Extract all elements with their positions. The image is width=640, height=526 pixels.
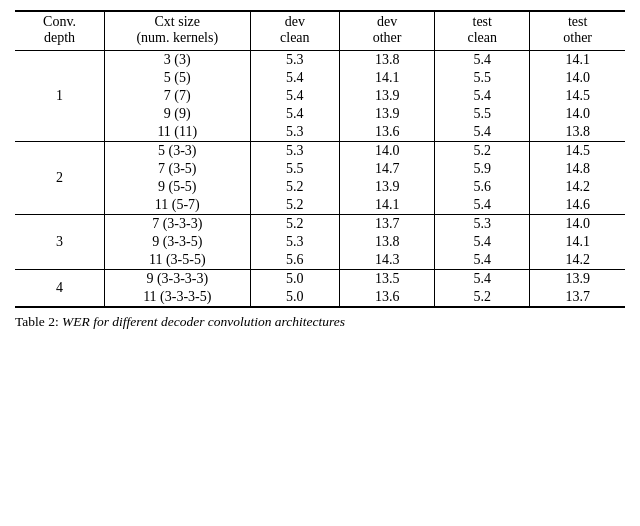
dev-clean-cell: 5.3 [250,142,340,160]
dev-clean-cell: 5.3 [250,51,340,70]
cxt-cell: 11 (5-7) [105,196,251,215]
table-row: 9 (3-3-5)5.313.85.414.1 [15,233,625,251]
dev-other-cell: 14.1 [340,69,435,87]
test-clean-cell: 5.3 [435,215,530,233]
dev-other-cell: 13.7 [340,215,435,233]
dev-clean-cell: 5.6 [250,251,340,270]
cxt-cell: 5 (3-3) [105,142,251,160]
test-clean-cell: 5.4 [435,270,530,288]
test-other-cell: 14.5 [530,87,625,105]
dev-other-cell: 13.6 [340,288,435,307]
dev-other-cell: 13.9 [340,87,435,105]
test-clean-cell: 5.4 [435,251,530,270]
test-other-cell: 14.5 [530,142,625,160]
table-row: 11 (3-3-3-5)5.013.65.213.7 [15,288,625,307]
table-row: 9 (9)5.413.95.514.0 [15,105,625,123]
table-row: 25 (3-3)5.314.05.214.5 [15,142,625,160]
cxt-cell: 11 (11) [105,123,251,142]
dev-other-cell: 14.3 [340,251,435,270]
test-other-cell: 14.0 [530,69,625,87]
dev-other-cell: 13.8 [340,233,435,251]
table-row: 37 (3-3-3)5.213.75.314.0 [15,215,625,233]
dev-other-cell: 14.7 [340,160,435,178]
dev-other-cell: 13.9 [340,178,435,196]
test-clean-cell: 5.4 [435,196,530,215]
test-clean-cell: 5.6 [435,178,530,196]
header-test-other: test other [530,11,625,51]
dev-other-cell: 14.0 [340,142,435,160]
depth-cell: 1 [15,51,105,142]
test-other-cell: 14.1 [530,233,625,251]
table-caption: Table 2: WER for different decoder convo… [15,314,625,330]
header-dev-other: dev other [340,11,435,51]
dev-clean-cell: 5.3 [250,123,340,142]
table-row: 7 (3-5)5.514.75.914.8 [15,160,625,178]
header-depth: Conv. depth [15,11,105,51]
cxt-cell: 7 (3-5) [105,160,251,178]
dev-clean-cell: 5.0 [250,270,340,288]
dev-clean-cell: 5.2 [250,196,340,215]
table-row: 5 (5)5.414.15.514.0 [15,69,625,87]
table-row: 9 (5-5)5.213.95.614.2 [15,178,625,196]
dev-other-cell: 13.5 [340,270,435,288]
cxt-cell: 7 (7) [105,87,251,105]
dev-clean-cell: 5.4 [250,69,340,87]
test-other-cell: 14.0 [530,215,625,233]
dev-clean-cell: 5.2 [250,215,340,233]
table-row: 7 (7)5.413.95.414.5 [15,87,625,105]
table-body: 13 (3)5.313.85.414.15 (5)5.414.15.514.07… [15,51,625,308]
table-row: 11 (3-5-5)5.614.35.414.2 [15,251,625,270]
cxt-cell: 9 (3-3-5) [105,233,251,251]
cxt-cell: 3 (3) [105,51,251,70]
dev-other-cell: 13.8 [340,51,435,70]
test-clean-cell: 5.4 [435,87,530,105]
test-clean-cell: 5.9 [435,160,530,178]
test-other-cell: 13.9 [530,270,625,288]
test-other-cell: 13.8 [530,123,625,142]
cxt-cell: 11 (3-5-5) [105,251,251,270]
test-other-cell: 14.0 [530,105,625,123]
header-cxt: Cxt size (num. kernels) [105,11,251,51]
test-other-cell: 14.2 [530,251,625,270]
cxt-cell: 9 (5-5) [105,178,251,196]
test-other-cell: 14.1 [530,51,625,70]
test-clean-cell: 5.4 [435,123,530,142]
cxt-cell: 11 (3-3-3-5) [105,288,251,307]
cxt-cell: 7 (3-3-3) [105,215,251,233]
test-clean-cell: 5.2 [435,288,530,307]
cxt-cell: 5 (5) [105,69,251,87]
dev-other-cell: 13.9 [340,105,435,123]
test-clean-cell: 5.5 [435,105,530,123]
test-other-cell: 14.6 [530,196,625,215]
table-row: 11 (11)5.313.65.413.8 [15,123,625,142]
dev-clean-cell: 5.4 [250,87,340,105]
dev-other-cell: 13.6 [340,123,435,142]
table-row: 13 (3)5.313.85.414.1 [15,51,625,70]
header-dev-clean: dev clean [250,11,340,51]
test-clean-cell: 5.4 [435,233,530,251]
dev-clean-cell: 5.5 [250,160,340,178]
table-container: Conv. depth Cxt size (num. kernels) dev … [15,10,625,330]
cxt-cell: 9 (9) [105,105,251,123]
table-row: 11 (5-7)5.214.15.414.6 [15,196,625,215]
dev-clean-cell: 5.2 [250,178,340,196]
test-clean-cell: 5.4 [435,51,530,70]
test-other-cell: 13.7 [530,288,625,307]
test-other-cell: 14.8 [530,160,625,178]
cxt-cell: 9 (3-3-3-3) [105,270,251,288]
test-other-cell: 14.2 [530,178,625,196]
caption-text: WER for different decoder convolution ar… [62,314,345,329]
test-clean-cell: 5.5 [435,69,530,87]
depth-cell: 3 [15,215,105,270]
depth-cell: 2 [15,142,105,215]
dev-clean-cell: 5.4 [250,105,340,123]
test-clean-cell: 5.2 [435,142,530,160]
header-test-clean: test clean [435,11,530,51]
table-row: 49 (3-3-3-3)5.013.55.413.9 [15,270,625,288]
caption-label: Table 2: [15,314,59,329]
table-header-row: Conv. depth Cxt size (num. kernels) dev … [15,11,625,51]
dev-clean-cell: 5.0 [250,288,340,307]
depth-cell: 4 [15,270,105,307]
dev-other-cell: 14.1 [340,196,435,215]
results-table: Conv. depth Cxt size (num. kernels) dev … [15,10,625,308]
